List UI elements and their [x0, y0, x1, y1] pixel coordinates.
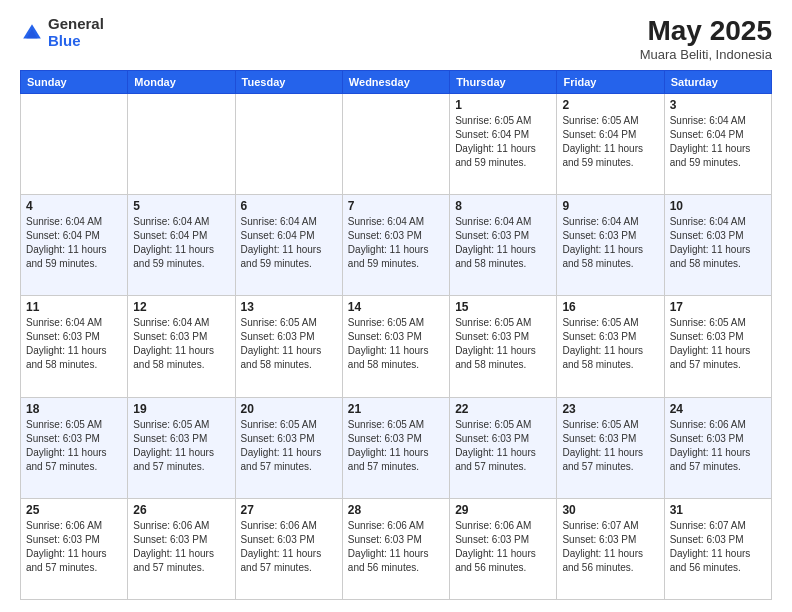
logo-text: General Blue	[48, 16, 104, 49]
day-info: Sunrise: 6:05 AM Sunset: 6:04 PM Dayligh…	[562, 114, 658, 170]
day-number: 9	[562, 199, 658, 213]
calendar-day-cell: 13Sunrise: 6:05 AM Sunset: 6:03 PM Dayli…	[235, 296, 342, 397]
day-info: Sunrise: 6:06 AM Sunset: 6:03 PM Dayligh…	[348, 519, 444, 575]
calendar-day-cell: 2Sunrise: 6:05 AM Sunset: 6:04 PM Daylig…	[557, 93, 664, 194]
day-info: Sunrise: 6:04 AM Sunset: 6:03 PM Dayligh…	[348, 215, 444, 271]
logo-icon	[20, 21, 44, 45]
day-number: 30	[562, 503, 658, 517]
calendar-body: 1Sunrise: 6:05 AM Sunset: 6:04 PM Daylig…	[21, 93, 772, 599]
day-number: 5	[133, 199, 229, 213]
calendar-day-cell: 31Sunrise: 6:07 AM Sunset: 6:03 PM Dayli…	[664, 498, 771, 599]
calendar-day-cell: 15Sunrise: 6:05 AM Sunset: 6:03 PM Dayli…	[450, 296, 557, 397]
calendar-day-cell: 18Sunrise: 6:05 AM Sunset: 6:03 PM Dayli…	[21, 397, 128, 498]
day-info: Sunrise: 6:05 AM Sunset: 6:04 PM Dayligh…	[455, 114, 551, 170]
calendar-day-cell: 16Sunrise: 6:05 AM Sunset: 6:03 PM Dayli…	[557, 296, 664, 397]
calendar-week-row: 18Sunrise: 6:05 AM Sunset: 6:03 PM Dayli…	[21, 397, 772, 498]
calendar-day-cell: 20Sunrise: 6:05 AM Sunset: 6:03 PM Dayli…	[235, 397, 342, 498]
calendar-day-cell	[128, 93, 235, 194]
day-info: Sunrise: 6:06 AM Sunset: 6:03 PM Dayligh…	[670, 418, 766, 474]
weekday-header-cell: Thursday	[450, 70, 557, 93]
day-info: Sunrise: 6:04 AM Sunset: 6:03 PM Dayligh…	[26, 316, 122, 372]
calendar-day-cell: 3Sunrise: 6:04 AM Sunset: 6:04 PM Daylig…	[664, 93, 771, 194]
day-number: 27	[241, 503, 337, 517]
weekday-header-cell: Tuesday	[235, 70, 342, 93]
calendar-day-cell: 19Sunrise: 6:05 AM Sunset: 6:03 PM Dayli…	[128, 397, 235, 498]
day-info: Sunrise: 6:05 AM Sunset: 6:03 PM Dayligh…	[348, 418, 444, 474]
day-info: Sunrise: 6:06 AM Sunset: 6:03 PM Dayligh…	[455, 519, 551, 575]
calendar-day-cell: 7Sunrise: 6:04 AM Sunset: 6:03 PM Daylig…	[342, 195, 449, 296]
location: Muara Beliti, Indonesia	[640, 47, 772, 62]
day-info: Sunrise: 6:05 AM Sunset: 6:03 PM Dayligh…	[26, 418, 122, 474]
day-info: Sunrise: 6:04 AM Sunset: 6:03 PM Dayligh…	[455, 215, 551, 271]
day-info: Sunrise: 6:04 AM Sunset: 6:03 PM Dayligh…	[670, 215, 766, 271]
day-number: 26	[133, 503, 229, 517]
day-info: Sunrise: 6:05 AM Sunset: 6:03 PM Dayligh…	[241, 316, 337, 372]
day-info: Sunrise: 6:05 AM Sunset: 6:03 PM Dayligh…	[348, 316, 444, 372]
day-number: 11	[26, 300, 122, 314]
day-info: Sunrise: 6:05 AM Sunset: 6:03 PM Dayligh…	[455, 418, 551, 474]
logo-blue: Blue	[48, 33, 104, 50]
title-block: May 2025 Muara Beliti, Indonesia	[640, 16, 772, 62]
calendar-day-cell: 22Sunrise: 6:05 AM Sunset: 6:03 PM Dayli…	[450, 397, 557, 498]
calendar-week-row: 4Sunrise: 6:04 AM Sunset: 6:04 PM Daylig…	[21, 195, 772, 296]
calendar-day-cell	[342, 93, 449, 194]
calendar-day-cell	[21, 93, 128, 194]
calendar-day-cell: 10Sunrise: 6:04 AM Sunset: 6:03 PM Dayli…	[664, 195, 771, 296]
day-number: 20	[241, 402, 337, 416]
calendar-day-cell: 14Sunrise: 6:05 AM Sunset: 6:03 PM Dayli…	[342, 296, 449, 397]
calendar-day-cell: 27Sunrise: 6:06 AM Sunset: 6:03 PM Dayli…	[235, 498, 342, 599]
page: General Blue May 2025 Muara Beliti, Indo…	[0, 0, 792, 612]
day-info: Sunrise: 6:05 AM Sunset: 6:03 PM Dayligh…	[133, 418, 229, 474]
calendar-day-cell: 4Sunrise: 6:04 AM Sunset: 6:04 PM Daylig…	[21, 195, 128, 296]
day-number: 24	[670, 402, 766, 416]
day-number: 6	[241, 199, 337, 213]
day-info: Sunrise: 6:06 AM Sunset: 6:03 PM Dayligh…	[26, 519, 122, 575]
calendar-day-cell: 26Sunrise: 6:06 AM Sunset: 6:03 PM Dayli…	[128, 498, 235, 599]
calendar-day-cell: 17Sunrise: 6:05 AM Sunset: 6:03 PM Dayli…	[664, 296, 771, 397]
calendar-day-cell: 30Sunrise: 6:07 AM Sunset: 6:03 PM Dayli…	[557, 498, 664, 599]
day-info: Sunrise: 6:05 AM Sunset: 6:03 PM Dayligh…	[241, 418, 337, 474]
month-year: May 2025	[640, 16, 772, 47]
day-number: 12	[133, 300, 229, 314]
day-info: Sunrise: 6:05 AM Sunset: 6:03 PM Dayligh…	[562, 316, 658, 372]
calendar-day-cell: 11Sunrise: 6:04 AM Sunset: 6:03 PM Dayli…	[21, 296, 128, 397]
day-number: 23	[562, 402, 658, 416]
day-number: 15	[455, 300, 551, 314]
day-number: 19	[133, 402, 229, 416]
calendar-day-cell: 25Sunrise: 6:06 AM Sunset: 6:03 PM Dayli…	[21, 498, 128, 599]
calendar-day-cell: 29Sunrise: 6:06 AM Sunset: 6:03 PM Dayli…	[450, 498, 557, 599]
header: General Blue May 2025 Muara Beliti, Indo…	[20, 16, 772, 62]
calendar-week-row: 25Sunrise: 6:06 AM Sunset: 6:03 PM Dayli…	[21, 498, 772, 599]
calendar-day-cell: 24Sunrise: 6:06 AM Sunset: 6:03 PM Dayli…	[664, 397, 771, 498]
calendar-week-row: 11Sunrise: 6:04 AM Sunset: 6:03 PM Dayli…	[21, 296, 772, 397]
calendar-day-cell: 23Sunrise: 6:05 AM Sunset: 6:03 PM Dayli…	[557, 397, 664, 498]
day-info: Sunrise: 6:06 AM Sunset: 6:03 PM Dayligh…	[241, 519, 337, 575]
day-info: Sunrise: 6:05 AM Sunset: 6:03 PM Dayligh…	[562, 418, 658, 474]
day-number: 10	[670, 199, 766, 213]
day-number: 29	[455, 503, 551, 517]
day-info: Sunrise: 6:04 AM Sunset: 6:03 PM Dayligh…	[133, 316, 229, 372]
day-info: Sunrise: 6:05 AM Sunset: 6:03 PM Dayligh…	[455, 316, 551, 372]
weekday-header-cell: Friday	[557, 70, 664, 93]
calendar-table: SundayMondayTuesdayWednesdayThursdayFrid…	[20, 70, 772, 600]
calendar-day-cell: 28Sunrise: 6:06 AM Sunset: 6:03 PM Dayli…	[342, 498, 449, 599]
day-info: Sunrise: 6:04 AM Sunset: 6:03 PM Dayligh…	[562, 215, 658, 271]
day-number: 3	[670, 98, 766, 112]
day-number: 18	[26, 402, 122, 416]
day-number: 2	[562, 98, 658, 112]
day-info: Sunrise: 6:04 AM Sunset: 6:04 PM Dayligh…	[133, 215, 229, 271]
calendar-day-cell: 21Sunrise: 6:05 AM Sunset: 6:03 PM Dayli…	[342, 397, 449, 498]
weekday-header-cell: Saturday	[664, 70, 771, 93]
calendar-day-cell: 9Sunrise: 6:04 AM Sunset: 6:03 PM Daylig…	[557, 195, 664, 296]
day-number: 31	[670, 503, 766, 517]
day-info: Sunrise: 6:06 AM Sunset: 6:03 PM Dayligh…	[133, 519, 229, 575]
logo-general: General	[48, 16, 104, 33]
day-number: 8	[455, 199, 551, 213]
weekday-header-row: SundayMondayTuesdayWednesdayThursdayFrid…	[21, 70, 772, 93]
weekday-header-cell: Wednesday	[342, 70, 449, 93]
logo: General Blue	[20, 16, 104, 49]
day-number: 16	[562, 300, 658, 314]
day-number: 4	[26, 199, 122, 213]
day-info: Sunrise: 6:04 AM Sunset: 6:04 PM Dayligh…	[26, 215, 122, 271]
day-number: 1	[455, 98, 551, 112]
